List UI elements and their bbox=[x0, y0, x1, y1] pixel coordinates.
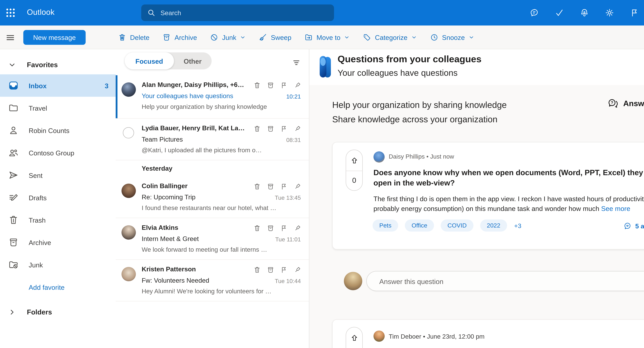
email-row-elvia-atkins[interactable]: Elvia Atkins Intern Meet & Greet Tue 11:… bbox=[116, 218, 309, 260]
tag-pill[interactable]: Office bbox=[405, 219, 434, 231]
tag-pill[interactable]: 2022 bbox=[480, 219, 507, 231]
author-name[interactable]: Daisy Phillips bbox=[389, 153, 425, 160]
answer-input[interactable] bbox=[378, 271, 631, 292]
question-bubble-icon: ? bbox=[608, 98, 619, 109]
sidebar-item-archive[interactable]: Archive bbox=[0, 231, 116, 253]
pin-icon[interactable] bbox=[294, 183, 301, 190]
sidebar-item-label: Trash bbox=[29, 216, 46, 224]
current-user-avatar[interactable] bbox=[344, 272, 362, 290]
archive-icon[interactable] bbox=[267, 183, 274, 190]
email-senders: Kristen Patterson bbox=[142, 266, 250, 273]
email-senders: Colin Ballinger bbox=[142, 182, 250, 189]
trash-icon[interactable] bbox=[253, 266, 261, 274]
move-to-button[interactable]: Move to bbox=[304, 33, 350, 41]
archive-icon[interactable] bbox=[267, 266, 274, 274]
email-senders: Alan Munger, Daisy Phillips, +6… bbox=[142, 81, 250, 88]
email-row-alan-munger[interactable]: Alan Munger, Daisy Phillips, +6… Your co… bbox=[116, 75, 309, 119]
person-icon bbox=[8, 125, 19, 136]
flag-icon[interactable] bbox=[280, 82, 288, 89]
banner-subheading: Share knowledge across your organization bbox=[332, 114, 498, 125]
search-input[interactable] bbox=[160, 9, 328, 17]
settings-gear-icon[interactable] bbox=[605, 8, 614, 17]
email-time: Tue 10:44 bbox=[275, 278, 301, 284]
add-favorite-link[interactable]: Add favorite bbox=[0, 276, 116, 298]
sweep-button[interactable]: Sweep bbox=[259, 33, 292, 41]
flag-icon[interactable] bbox=[280, 224, 288, 232]
tag-icon bbox=[363, 33, 371, 41]
filter-icon[interactable] bbox=[292, 58, 301, 67]
sidebar-item-drafts[interactable]: Drafts bbox=[0, 186, 116, 209]
app-title: Outlook bbox=[27, 7, 54, 17]
chat-icon[interactable] bbox=[530, 8, 539, 17]
email-row-lydia-bauer[interactable]: Lydia Bauer, Henry Brill, Kat La… Team P… bbox=[116, 119, 309, 160]
tab-focused[interactable]: Focused bbox=[125, 52, 174, 69]
sidebar-item-robin-counts[interactable]: Robin Counts bbox=[0, 119, 116, 142]
author-avatar[interactable] bbox=[374, 331, 385, 342]
pin-icon[interactable] bbox=[294, 224, 301, 232]
hamburger-menu-icon[interactable] bbox=[6, 33, 15, 43]
folders-header[interactable]: Folders bbox=[0, 301, 116, 323]
email-row-kristen-patterson[interactable]: Kristen Patterson Fw: Volunteers Needed … bbox=[116, 260, 309, 302]
trash-icon[interactable] bbox=[253, 183, 261, 190]
sender-avatar[interactable] bbox=[122, 184, 136, 198]
viva-logo-icon bbox=[319, 56, 333, 79]
sender-avatar[interactable] bbox=[122, 225, 136, 240]
flag-icon[interactable] bbox=[280, 266, 288, 274]
sender-avatar[interactable] bbox=[122, 82, 136, 97]
categorize-button[interactable]: Categorize bbox=[363, 33, 417, 41]
tag-pill[interactable]: Pets bbox=[372, 219, 398, 231]
pin-icon[interactable] bbox=[294, 266, 301, 274]
snooze-button[interactable]: Snooze bbox=[430, 33, 474, 41]
pin-icon[interactable] bbox=[294, 125, 301, 133]
flag-icon[interactable] bbox=[280, 125, 288, 133]
inbox-tabs: Focused Other bbox=[125, 52, 212, 69]
question-body: The first thing I do is open them in the… bbox=[374, 194, 644, 213]
answers-link[interactable]: 5 answers bbox=[623, 222, 644, 230]
see-more-link[interactable]: See more bbox=[601, 204, 630, 212]
new-message-button[interactable]: New message bbox=[23, 30, 86, 45]
archive-icon[interactable] bbox=[267, 224, 274, 232]
sender-avatar[interactable] bbox=[122, 267, 136, 281]
folder-sidebar: Favorites Inbox 3 Travel Robin Counts bbox=[0, 49, 116, 348]
pin-icon[interactable] bbox=[294, 82, 301, 89]
question-title: Does anyone know why when we open docume… bbox=[374, 168, 644, 188]
sidebar-item-contoso-group[interactable]: Contoso Group bbox=[0, 142, 116, 164]
sidebar-item-trash[interactable]: Trash bbox=[0, 209, 116, 231]
email-row-colin-ballinger[interactable]: Colin Ballinger Re: Upcoming Trip Tue 13… bbox=[116, 176, 309, 218]
email-subject: Intern Meet & Greet bbox=[142, 235, 266, 242]
sidebar-item-junk[interactable]: Junk bbox=[0, 253, 116, 276]
answer-composer[interactable]: GIF bbox=[366, 271, 644, 291]
trash-icon[interactable] bbox=[253, 82, 261, 89]
folder-icon bbox=[8, 103, 19, 113]
upvote-button[interactable] bbox=[346, 150, 362, 171]
sidebar-item-sent[interactable]: Sent bbox=[0, 164, 116, 186]
search-bar[interactable] bbox=[141, 4, 334, 21]
tag-pill[interactable]: COVID bbox=[441, 219, 473, 231]
flag-icon[interactable] bbox=[280, 183, 288, 190]
email-subject: Team Pictures bbox=[142, 136, 266, 143]
notifications-bell-icon[interactable]: 8 bbox=[580, 8, 589, 17]
tab-other[interactable]: Other bbox=[174, 52, 212, 69]
todo-check-icon[interactable] bbox=[554, 8, 564, 17]
archive-button[interactable]: Archive bbox=[162, 33, 197, 41]
sidebar-item-travel[interactable]: Travel bbox=[0, 97, 116, 119]
trash-icon[interactable] bbox=[253, 125, 261, 133]
more-tags-link[interactable]: +3 bbox=[514, 222, 522, 229]
delete-button[interactable]: Delete bbox=[118, 33, 150, 41]
search-icon bbox=[147, 8, 156, 17]
archive-icon[interactable] bbox=[267, 125, 274, 133]
email-time: 10:21 bbox=[286, 93, 301, 100]
author-avatar[interactable] bbox=[374, 151, 385, 163]
archive-icon[interactable] bbox=[267, 82, 274, 89]
author-name[interactable]: Tim Deboer bbox=[389, 333, 421, 340]
email-hover-actions bbox=[253, 224, 301, 232]
trash-icon[interactable] bbox=[253, 224, 261, 232]
chevron-right-icon bbox=[8, 308, 16, 316]
favorites-header[interactable]: Favorites bbox=[0, 56, 116, 74]
flag-icon[interactable] bbox=[630, 8, 639, 17]
upvote-button[interactable] bbox=[346, 328, 362, 348]
junk-button[interactable]: Junk bbox=[210, 33, 246, 41]
sidebar-item-inbox[interactable]: Inbox 3 bbox=[0, 74, 116, 97]
app-launcher-icon[interactable] bbox=[5, 7, 16, 18]
select-circle[interactable] bbox=[123, 127, 134, 138]
